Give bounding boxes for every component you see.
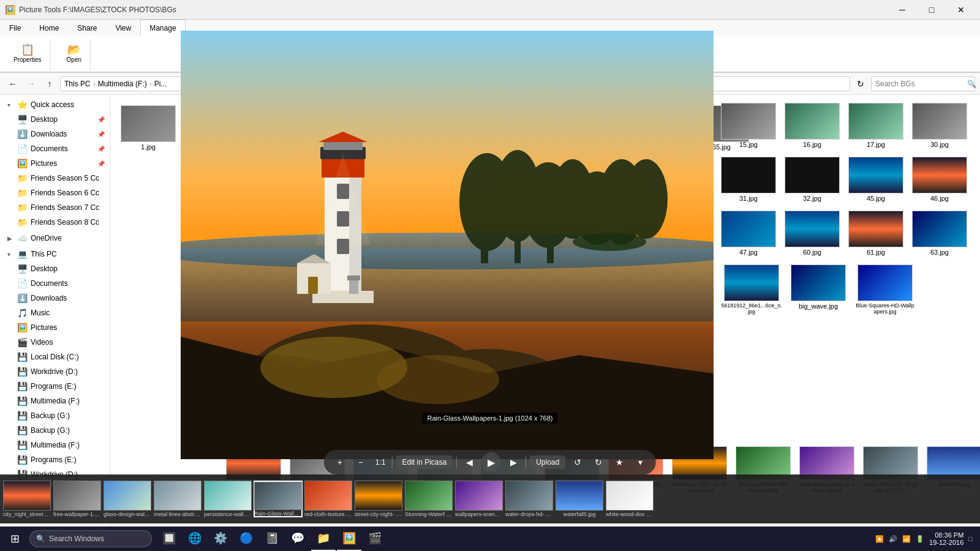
list-item[interactable]: 45.jpg	[845, 154, 907, 205]
taskbar-app-explorer[interactable]: 📁	[311, 527, 336, 551]
sidebar-item-music[interactable]: 🎵 Music	[0, 305, 110, 320]
sidebar-item-pictures-quick[interactable]: 🖼️ Pictures 📌	[0, 156, 110, 171]
sys-icon-arrow[interactable]: 🔼	[875, 535, 884, 543]
sidebar-item-documents-pc[interactable]: 📄 Documents	[0, 276, 110, 291]
start-button[interactable]: ⊞	[2, 527, 27, 551]
tab-file[interactable]: File	[0, 20, 30, 36]
show-desktop-button[interactable]: □	[968, 535, 973, 542]
sidebar-item-friends6[interactable]: 📁 Friends Season 6 Cc	[0, 186, 110, 200]
list-item[interactable]: 16.jpg	[782, 100, 843, 151]
taskbar-app-photos[interactable]: 🖼️	[337, 527, 361, 551]
sys-icon-network[interactable]: 📶	[902, 535, 911, 543]
list-item[interactable]: big_wave.jpg	[788, 261, 849, 318]
ribbon-btn-properties[interactable]: 📋 Properties	[10, 43, 45, 64]
tab-manage[interactable]: Manage	[140, 20, 185, 36]
filmstrip-item[interactable]: red-cloth-texture.jpg	[304, 481, 353, 517]
sidebar-item-desktop-quick[interactable]: 🖥️ Desktop 📌	[0, 112, 110, 127]
breadcrumb-pi[interactable]: Pi...	[154, 80, 167, 88]
list-item[interactable]: 60.jpg	[782, 208, 843, 259]
sidebar-item-desktop-pc[interactable]: 🖥️ Desktop	[0, 261, 110, 276]
more-button[interactable]: ▾	[631, 454, 649, 471]
filmstrip-item[interactable]: Rain-Glass-Wallp apers-1.jpg	[254, 481, 303, 517]
rotate-cw-button[interactable]: ↻	[590, 454, 607, 471]
sidebar-item-friends7[interactable]: 📁 Friends Season 7 Cc	[0, 200, 110, 215]
list-item[interactable]: 61.jpg	[845, 208, 907, 259]
taskbar-app-onenote[interactable]: 📓	[260, 527, 284, 551]
refresh-button[interactable]: ↻	[853, 76, 869, 92]
list-item[interactable]: 46.jpg	[909, 154, 970, 205]
filmstrip-item[interactable]: wallpapers-scene cy-artistic-wedge	[454, 481, 503, 517]
zoom-in-button[interactable]: +	[331, 454, 349, 471]
list-item[interactable]: 56181912_86e1...6ce_o.jpg	[718, 261, 785, 318]
filmstrip-item[interactable]: Stunning-Waterf alls-Nature-Wallp	[404, 481, 453, 517]
filmstrip-item[interactable]: city_night_street_traffic-1920x1080	[2, 481, 51, 517]
sidebar-item-local-c[interactable]: 💾 Local Disk (C:)	[0, 350, 110, 364]
taskbar-app-chrome[interactable]: 🔵	[234, 527, 258, 551]
star-button[interactable]: ★	[611, 454, 628, 471]
filmstrip-item[interactable]: glass-design-wall paper-hd-92.jpg	[103, 481, 152, 517]
sidebar-item-downloads-pc[interactable]: ⬇️ Downloads	[0, 291, 110, 305]
play-button[interactable]: ▶	[481, 452, 501, 472]
search-input[interactable]	[875, 80, 967, 88]
sidebar-item-onedrive[interactable]: ▶ ☁️ OneDrive	[0, 231, 110, 246]
list-item[interactable]: Blue-Squares-HD-Wallpapers.jpg	[851, 261, 919, 318]
upload-button[interactable]: Upload	[530, 455, 565, 469]
sys-icon-battery[interactable]: 🔋	[916, 535, 924, 543]
taskbar-clock[interactable]: 08:36 PM 19-12-2016	[929, 531, 963, 546]
forward-button[interactable]: →	[23, 76, 39, 92]
sidebar-item-friends8[interactable]: 📁 Friends Season 8 Cc	[0, 215, 110, 230]
sidebar-item-workdrive-d[interactable]: 💾 Workdrive (D:)	[0, 364, 110, 379]
taskbar-app-taskview[interactable]: 🔲	[157, 527, 181, 551]
list-item[interactable]: 31.jpg	[718, 154, 779, 205]
breadcrumb-multimedia[interactable]: Multimedia (F:)	[98, 80, 147, 88]
taskbar-app-settings[interactable]: ⚙️	[208, 527, 233, 551]
sidebar-quick-access-header[interactable]: ▾ ⭐ Quick access	[0, 97, 110, 112]
ribbon-btn-open[interactable]: 📂 Open	[63, 43, 85, 64]
taskbar-search[interactable]: 🔍 Search Windows	[29, 530, 152, 547]
filmstrip-item[interactable]: metal-lines-abstr act-wallpaper-25	[153, 481, 202, 517]
sidebar-item-multimedia-f2[interactable]: 💾 Multimedia (F:)	[0, 438, 110, 452]
sidebar-item-documents-quick[interactable]: 📄 Documents 📌	[0, 141, 110, 156]
filmstrip-item[interactable]: water-drops-hd- on-glass-852377.i	[505, 481, 554, 517]
sidebar-item-multimedia-f[interactable]: 💾 Multimedia (F:)	[0, 394, 110, 408]
sidebar-item-this-pc[interactable]: ▾ 💻 This PC	[0, 247, 110, 261]
next-button[interactable]: ▶	[505, 454, 522, 471]
sidebar-item-videos[interactable]: 🎬 Videos	[0, 335, 110, 350]
edit-picasa-button[interactable]: Edit in Picasa	[396, 455, 453, 469]
list-item[interactable]: 15.jpg	[718, 100, 779, 151]
list-item[interactable]: 32.jpg	[782, 154, 843, 205]
rotate-ccw-button[interactable]: ↺	[569, 454, 586, 471]
breadcrumb-this-pc[interactable]: This PC	[64, 80, 91, 88]
sidebar-item-friends5[interactable]: 📁 Friends Season 5 Cc	[0, 171, 110, 186]
sidebar-item-programs-e2[interactable]: 💾 Programs (E:)	[0, 452, 110, 467]
sidebar-item-backup-g1[interactable]: 💾 Backup (G:)	[0, 408, 110, 423]
filmstrip-item[interactable]: persistence-wallp apers-20242_2560	[203, 481, 252, 517]
up-button[interactable]: ↑	[42, 76, 58, 92]
taskbar-app-edge[interactable]: 🌐	[183, 527, 207, 551]
filmstrip-item[interactable]: white-wood-doo r-texture-10.jpg	[605, 481, 654, 517]
prev-button[interactable]: ◀	[461, 454, 478, 471]
filmstrip-item[interactable]: free-wallpaper-1.jpg	[53, 481, 102, 517]
taskbar-app-media[interactable]: 🎬	[363, 527, 387, 551]
zoom-out-button[interactable]: −	[352, 454, 369, 471]
filmstrip-item[interactable]: street-city-night- world-1200x1920	[354, 481, 403, 517]
tab-home[interactable]: Home	[30, 20, 68, 36]
list-item[interactable]: 17.jpg	[845, 100, 907, 151]
list-item[interactable]: 1.jpg	[118, 102, 179, 154]
overlay-image-container[interactable]	[181, 31, 714, 459]
list-item[interactable]: 63.jpg	[909, 208, 970, 259]
list-item[interactable]: 30.jpg	[909, 100, 970, 151]
close-button[interactable]: ✕	[947, 0, 975, 20]
sidebar-item-downloads-quick[interactable]: ⬇️ Downloads 📌	[0, 127, 110, 141]
tab-share[interactable]: Share	[68, 20, 106, 36]
minimize-button[interactable]: ─	[888, 0, 916, 20]
sidebar-item-pictures-pc[interactable]: 🖼️ Pictures	[0, 320, 110, 335]
tab-view[interactable]: View	[106, 20, 140, 36]
sidebar-item-backup-g2[interactable]: 💾 Backup (G:)	[0, 423, 110, 438]
list-item[interactable]: 47.jpg	[718, 208, 779, 259]
sys-icon-volume[interactable]: 🔊	[889, 535, 897, 543]
sidebar-item-programs-e[interactable]: 💾 Programs (E:)	[0, 379, 110, 394]
taskbar-app-teams[interactable]: 💬	[285, 527, 310, 551]
filmstrip-item[interactable]: waterfall5.jpg	[555, 481, 604, 517]
maximize-button[interactable]: □	[918, 0, 946, 20]
